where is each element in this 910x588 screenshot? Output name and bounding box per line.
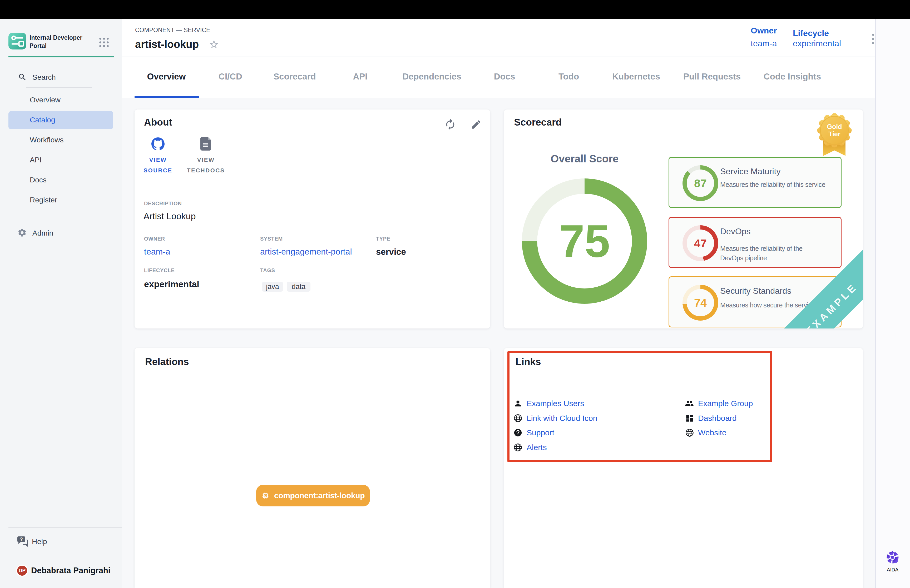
svg-text:Gold: Gold (827, 123, 842, 130)
svg-text:Tier: Tier (828, 130, 840, 138)
svg-text:?: ? (20, 536, 23, 542)
